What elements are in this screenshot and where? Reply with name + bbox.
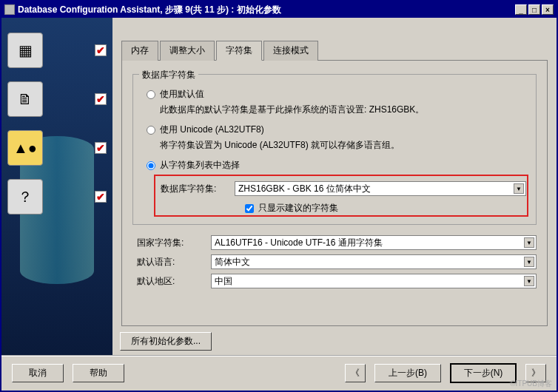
watermark: ©ITPUB博客 [510, 379, 552, 389]
chevron-down-icon: ▼ [524, 257, 534, 267]
tab-label: 调整大小 [169, 45, 205, 55]
radio-from-list[interactable] [147, 161, 155, 170]
default-region-select[interactable]: 中国 ▼ [211, 274, 537, 288]
db-charset-select[interactable]: ZHS16GBK - GBK 16 位简体中文 ▼ [235, 181, 526, 196]
wizard-button-bar: 取消 帮助 《 上一步(B) 下一步(N) 》 [1, 355, 557, 391]
help-folder-icon: ？ [7, 179, 43, 214]
chip-icon: ▦ [7, 33, 43, 68]
all-init-params-button[interactable]: 所有初始化参数... [120, 332, 212, 351]
radio-unicode[interactable] [147, 126, 155, 135]
tab-connection-mode[interactable]: 连接模式 [263, 41, 318, 61]
next-button[interactable]: 下一步(N) [450, 363, 517, 383]
chevron-down-icon: ▼ [524, 237, 534, 248]
only-recommended-row: 只显示建议的字符集 [245, 202, 526, 214]
wizard-step: ▦ ✔ [7, 33, 107, 68]
radio-label: 使用 Unicode (AL32UTF8) [160, 124, 264, 136]
national-charset-field: 国家字符集: AL16UTF16 - Unicode UTF-16 通用字符集 … [137, 235, 537, 250]
chevron-down-icon: ▼ [524, 276, 534, 286]
titlebar: Database Configuration Assistant, 步骤 9(共… [1, 1, 557, 18]
application-window: Database Configuration Assistant, 步骤 9(共… [0, 0, 558, 392]
back-arrow-button[interactable]: 《 [345, 364, 366, 382]
tab-sizing[interactable]: 调整大小 [160, 41, 215, 61]
app-icon [4, 4, 15, 15]
button-label: 上一步(B) [389, 368, 427, 378]
step-check-icon: ✔ [95, 142, 107, 154]
checkbox-label: 只显示建议的字符集 [258, 202, 338, 214]
tab-label: 内存 [131, 45, 149, 55]
select-value: AL16UTF16 - Unicode UTF-16 通用字符集 [215, 237, 383, 249]
select-value: ZHS16GBK - GBK 16 位简体中文 [238, 183, 371, 195]
radio-unicode-hint: 将字符集设置为 Unicode (AL32UTF8) 就可以存储多语言组。 [160, 139, 528, 152]
step-check-icon: ✔ [95, 93, 107, 105]
main-panel: 内存 调整大小 字符集 连接模式 数据库字符集 使用默认值 此数据库的默认字符集… [112, 18, 557, 355]
step-check-icon: ✔ [95, 44, 107, 56]
step-check-icon: ✔ [95, 191, 107, 203]
help-button[interactable]: 帮助 [73, 364, 124, 382]
db-charset-field: 数据库字符集: ZHS16GBK - GBK 16 位简体中文 ▼ [161, 181, 526, 196]
select-value: 中国 [215, 275, 232, 288]
national-charset-select[interactable]: AL16UTF16 - Unicode UTF-16 通用字符集 ▼ [211, 235, 537, 250]
button-label: 取消 [29, 368, 47, 378]
default-language-field: 默认语言: 简体中文 ▼ [137, 254, 537, 269]
radio-default[interactable] [147, 90, 155, 99]
tab-memory[interactable]: 内存 [121, 41, 158, 61]
field-label: 数据库字符集: [161, 183, 227, 195]
minimize-button[interactable]: _ [515, 4, 527, 15]
radio-label: 使用默认值 [160, 88, 204, 101]
maximize-button[interactable]: □ [528, 4, 540, 15]
wizard-step: ▲● ✔ [7, 130, 107, 166]
db-charset-group: 数据库字符集 使用默认值 此数据库的默认字符集是基于此操作系统的语言设置: ZH… [132, 74, 537, 225]
cancel-button[interactable]: 取消 [12, 364, 64, 382]
radio-label: 从字符集列表中选择 [160, 159, 240, 172]
field-label: 默认地区: [137, 275, 204, 288]
button-label: 帮助 [90, 368, 107, 378]
radio-default-row: 使用默认值 [147, 88, 528, 101]
content: ▦ ✔ 🗎 ✔ ▲● ✔ ？ ✔ 内存 调整大小 字符集 连接模式 [1, 18, 557, 355]
radio-fromlist-row: 从字符集列表中选择 [147, 159, 528, 172]
chevron-down-icon: ▼ [514, 183, 524, 194]
window-controls: _ □ × [515, 4, 554, 15]
only-recommended-checkbox[interactable] [245, 204, 254, 213]
default-language-select[interactable]: 简体中文 ▼ [211, 254, 537, 269]
button-label: 下一步(N) [464, 368, 503, 378]
documents-icon: 🗎 [7, 81, 43, 117]
button-label: 所有初始化参数... [131, 336, 201, 346]
window-title: Database Configuration Assistant, 步骤 9(共… [18, 4, 515, 16]
tab-charset[interactable]: 字符集 [216, 41, 262, 61]
tab-bar: 内存 调整大小 字符集 连接模式 [121, 40, 548, 60]
field-label: 默认语言: [137, 256, 204, 268]
default-region-field: 默认地区: 中国 ▼ [137, 274, 537, 288]
field-label: 国家字符集: [137, 237, 204, 249]
shapes-icon: ▲● [7, 130, 43, 166]
wizard-step: 🗎 ✔ [7, 81, 107, 117]
wizard-step: ？ ✔ [7, 179, 107, 214]
tab-panel-charset: 数据库字符集 使用默认值 此数据库的默认字符集是基于此操作系统的语言设置: ZH… [121, 60, 548, 326]
select-value: 简体中文 [215, 256, 250, 268]
close-button[interactable]: × [542, 4, 554, 15]
highlight-box: 数据库字符集: ZHS16GBK - GBK 16 位简体中文 ▼ 只显示建议的… [154, 175, 528, 217]
radio-unicode-row: 使用 Unicode (AL32UTF8) [147, 124, 528, 136]
extra-buttons: 所有初始化参数... [120, 332, 212, 351]
back-button[interactable]: 上一步(B) [374, 364, 441, 382]
radio-default-hint: 此数据库的默认字符集是基于此操作系统的语言设置: ZHS16GBK。 [160, 104, 528, 116]
group-legend: 数据库字符集 [139, 69, 198, 81]
tab-label: 连接模式 [273, 45, 309, 55]
wizard-steps-pane: ▦ ✔ 🗎 ✔ ▲● ✔ ？ ✔ [1, 18, 112, 355]
tab-label: 字符集 [226, 45, 252, 55]
